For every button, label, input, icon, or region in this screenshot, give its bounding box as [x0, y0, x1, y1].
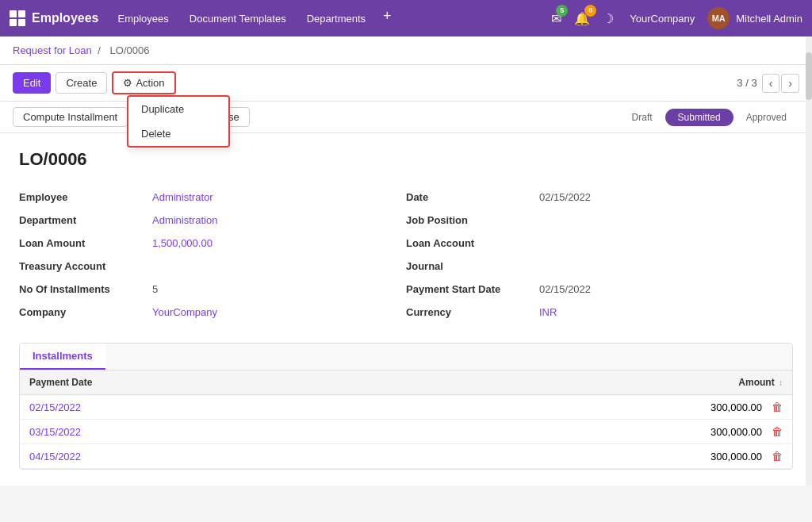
pagination-info: 3 / 3: [737, 77, 756, 89]
journal-value[interactable]: [533, 255, 793, 278]
amount-value: 300,000.00: [710, 401, 762, 413]
app-title: Employees: [32, 11, 98, 25]
table-row: 03/15/2022 300,000.00 🗑: [20, 420, 792, 444]
pagination-nav: ‹ ›: [762, 74, 799, 93]
delete-row-button[interactable]: 🗑: [772, 450, 783, 463]
duplicate-action[interactable]: Duplicate: [128, 97, 228, 121]
messages-button[interactable]: ✉ 5: [548, 8, 565, 29]
employee-label: Employee: [19, 186, 146, 209]
alerts-button[interactable]: 🔔 8: [571, 8, 593, 29]
payment-date-cell[interactable]: 04/15/2022: [20, 444, 385, 469]
currency-value[interactable]: INR: [533, 301, 793, 324]
breadcrumb: Request for Loan / LO/0006: [0, 36, 812, 65]
nav-departments[interactable]: Departments: [297, 8, 375, 29]
loan-amount-value[interactable]: 1,500,000.00: [146, 232, 406, 255]
messages-badge: 5: [556, 5, 568, 17]
user-avatar[interactable]: MA: [707, 7, 730, 29]
amount-cell: 300,000.00 🗑: [385, 444, 792, 469]
form-right: Date 02/15/2022 Job Position Loan Accoun…: [406, 186, 793, 324]
job-position-value[interactable]: [533, 209, 793, 232]
amount-cell: 300,000.00 🗑: [385, 395, 792, 420]
company-label: Company: [19, 301, 146, 324]
scrollbar-track[interactable]: [806, 36, 812, 486]
treasury-account-label: Treasury Account: [19, 255, 146, 278]
clock-button[interactable]: ☽: [599, 8, 617, 29]
nav-employees[interactable]: Employees: [108, 8, 178, 29]
prev-button[interactable]: ‹: [762, 74, 780, 93]
no-of-installments-label: No Of Installments: [19, 278, 146, 301]
amount-value: 300,000.00: [710, 426, 762, 438]
status-approved: Approved: [733, 109, 799, 126]
treasury-account-value[interactable]: [146, 255, 406, 278]
sort-icon[interactable]: ↕: [779, 378, 783, 387]
alerts-badge: 8: [584, 5, 596, 17]
loan-account-value[interactable]: [533, 232, 793, 255]
next-button[interactable]: ›: [781, 74, 799, 93]
breadcrumb-current: LO/0006: [110, 44, 150, 56]
payment-date-cell[interactable]: 02/15/2022: [20, 395, 385, 420]
compute-installment-button[interactable]: Compute Installment: [13, 107, 128, 127]
department-label: Department: [19, 209, 146, 232]
topnav-menu: Employees Document Templates Departments…: [108, 8, 545, 29]
scrollbar-thumb[interactable]: [806, 52, 812, 100]
add-menu-item-button[interactable]: +: [377, 8, 398, 29]
tab-installments[interactable]: Installments: [20, 344, 105, 370]
status-bar: Draft Submitted Approved: [619, 109, 799, 126]
payment-date-cell[interactable]: 03/15/2022: [20, 420, 385, 444]
department-value[interactable]: Administration: [146, 209, 406, 232]
company-value[interactable]: YourCompany: [146, 301, 406, 324]
form-grid: Employee Administrator Department Admini…: [19, 186, 793, 324]
date-value: 02/15/2022: [533, 186, 793, 209]
col-amount: Amount ↕: [385, 370, 792, 395]
journal-label: Journal: [406, 255, 533, 278]
col-payment-date: Payment Date: [20, 370, 385, 395]
create-button[interactable]: Create: [56, 72, 107, 94]
table-row: 04/15/2022 300,000.00 🗑: [20, 444, 792, 469]
tab-header: Installments: [20, 344, 792, 370]
nav-document-templates[interactable]: Document Templates: [180, 8, 296, 29]
main-toolbar: Edit Create ⚙ Action Duplicate Delete 3 …: [0, 65, 812, 102]
currency-label: Currency: [406, 301, 533, 324]
grid-icon: [10, 10, 25, 26]
app-logo[interactable]: Employees: [10, 10, 98, 26]
table-row: 02/15/2022 300,000.00 🗑: [20, 395, 792, 420]
status-toolbar: Compute Installment Approve Refuse Draft…: [0, 102, 812, 133]
delete-row-button[interactable]: 🗑: [772, 425, 783, 438]
edit-button[interactable]: Edit: [13, 72, 51, 94]
status-submitted: Submitted: [665, 109, 733, 126]
payment-start-date-value: 02/15/2022: [533, 278, 793, 301]
tab-section: Installments Payment Date Amount ↕ 02/15…: [19, 343, 793, 470]
breadcrumb-separator: /: [98, 44, 101, 56]
installments-table: Payment Date Amount ↕ 02/15/2022 300,000…: [20, 370, 792, 469]
no-of-installments-value: 5: [146, 278, 406, 301]
date-label: Date: [406, 186, 533, 209]
status-draft: Draft: [619, 109, 665, 126]
action-button[interactable]: ⚙ Action: [112, 71, 175, 94]
breadcrumb-parent[interactable]: Request for Loan: [13, 44, 92, 56]
delete-row-button[interactable]: 🗑: [772, 401, 783, 413]
action-dropdown: Duplicate Delete: [127, 95, 230, 148]
delete-action[interactable]: Delete: [128, 121, 228, 146]
amount-value: 300,000.00: [710, 451, 762, 463]
topnav-right: ✉ 5 🔔 8 ☽ YourCompany MA Mitchell Admin: [548, 7, 802, 29]
user-name: Mitchell Admin: [736, 13, 802, 25]
payment-start-date-label: Payment Start Date: [406, 278, 533, 301]
action-label: Action: [136, 77, 164, 89]
amount-cell: 300,000.00 🗑: [385, 420, 792, 444]
company-name[interactable]: YourCompany: [623, 13, 701, 25]
pagination: 3 / 3 ‹ ›: [737, 74, 799, 93]
topnav: Employees Employees Document Templates D…: [0, 0, 812, 36]
main-content: LO/0006 Employee Administrator Departmen…: [0, 133, 812, 486]
employee-value[interactable]: Administrator: [146, 186, 406, 209]
loan-account-label: Loan Account: [406, 232, 533, 255]
loan-amount-label: Loan Amount: [19, 232, 146, 255]
job-position-label: Job Position: [406, 209, 533, 232]
gear-icon: ⚙: [123, 77, 132, 89]
form-left: Employee Administrator Department Admini…: [19, 186, 406, 324]
record-id: LO/0006: [19, 149, 793, 170]
